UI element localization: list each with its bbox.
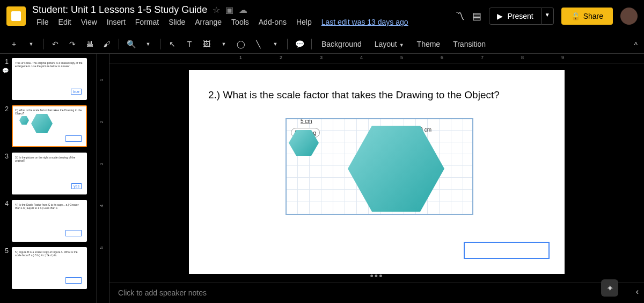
menu-arrange[interactable]: Arrange	[191, 17, 226, 27]
lock-icon: 🔒	[571, 12, 580, 20]
menu-help[interactable]: Help	[292, 17, 316, 27]
slide-number: 2	[5, 105, 9, 113]
menu-edit[interactable]: Edit	[54, 17, 76, 27]
ruler-tick: 6	[441, 55, 443, 60]
slide-thumbnail[interactable]: 4.) Is the Scale Factor from C to its co…	[12, 200, 87, 242]
ruler-tick: 7	[481, 55, 484, 60]
present-label: Present	[507, 12, 533, 20]
ruler-tick: 4	[99, 204, 104, 207]
separator	[287, 39, 288, 49]
ruler-tick: 1	[99, 78, 104, 81]
slide-thumbnail[interactable]: True or False. The original picture is a…	[12, 58, 87, 100]
transition-button[interactable]: Transition	[448, 38, 491, 50]
undo-button[interactable]: ↶	[48, 37, 63, 52]
new-slide-button[interactable]: +	[6, 37, 21, 52]
thumbnail-content: 2.) What is the scale factor that takes …	[13, 106, 86, 117]
share-label: Share	[583, 12, 603, 20]
textbox-tool[interactable]: T	[182, 37, 197, 52]
slide-canvas[interactable]: 2.) What is the scale factor that takes …	[189, 70, 565, 274]
cloud-status-icon[interactable]: ☁	[239, 5, 247, 15]
shape-tool[interactable]: ◯	[233, 37, 248, 52]
thumbnail-content: True or False. The original picture is a…	[13, 59, 86, 70]
separator	[119, 39, 119, 49]
zoom-dropdown[interactable]: ▼	[141, 37, 156, 52]
thumbnail-answer-box	[65, 277, 82, 284]
select-tool[interactable]: ↖	[165, 37, 180, 52]
vertical-ruler: 12345	[97, 54, 109, 303]
line-dropdown[interactable]: ▼	[268, 37, 283, 52]
explore-button[interactable]: ✦	[601, 279, 618, 297]
slide-thumbnail[interactable]: 3.) Is the picture on the right a scale …	[12, 153, 87, 194]
menu-format[interactable]: Format	[131, 17, 163, 27]
layout-button[interactable]: Layout ▼	[369, 38, 409, 50]
slide-number: 4	[5, 200, 9, 207]
thumbnail-content: 4.) Is the Scale Factor from C to its co…	[13, 201, 86, 212]
activity-icon[interactable]: 〽	[455, 11, 465, 22]
ruler-tick: 2	[280, 55, 282, 60]
thumbnail-answer-box	[65, 230, 82, 236]
answer-input-box[interactable]	[464, 242, 550, 259]
move-icon[interactable]: ▣	[225, 5, 233, 15]
present-dropdown[interactable]: ▼	[541, 8, 554, 25]
thumbnail-content: 5.) Figure B is a scaled copy of Figure …	[13, 248, 86, 259]
ruler-tick: 9	[561, 55, 564, 60]
ruler-tick: 3	[320, 55, 323, 60]
menu-slide[interactable]: Slide	[164, 17, 189, 27]
ruler-tick: 1	[239, 55, 242, 60]
slide-thumbnail[interactable]: 2.) What is the scale factor that takes …	[12, 105, 87, 147]
slide-number: 1	[5, 58, 9, 66]
slide-number: 5	[5, 247, 9, 255]
comments-icon[interactable]: ▤	[472, 10, 481, 22]
menu-view[interactable]: View	[77, 17, 101, 27]
slides-app-icon[interactable]	[6, 6, 26, 26]
separator	[311, 39, 312, 49]
zoom-button[interactable]: 🔍	[123, 37, 138, 52]
slide-question-text: 2.) What is the scale factor that takes …	[208, 89, 500, 101]
side-panel-toggle[interactable]: ‹	[636, 287, 639, 297]
share-button[interactable]: 🔒 Share	[561, 8, 613, 25]
menu-addons[interactable]: Add-ons	[254, 17, 291, 27]
new-slide-dropdown[interactable]: ▼	[24, 37, 39, 52]
comment-indicator-icon[interactable]: 💬	[2, 68, 9, 74]
collapse-toolbar-icon[interactable]: ^	[634, 41, 638, 49]
last-edit-link[interactable]: Last edit was 13 days ago	[317, 17, 413, 27]
ruler-tick: 8	[521, 55, 524, 60]
background-button[interactable]: Background	[316, 38, 367, 50]
paint-format-button[interactable]: 🖌	[99, 37, 114, 52]
horizontal-ruler: 123456789	[109, 54, 644, 63]
separator	[160, 39, 160, 49]
ruler-tick: 2	[99, 120, 104, 123]
measurement-5cm: 5 cm	[301, 118, 312, 124]
menu-file[interactable]: File	[32, 17, 53, 27]
slide-thumbnails-panel: 1💬True or False. The original picture is…	[0, 54, 97, 303]
line-tool[interactable]: ╲	[251, 37, 266, 52]
print-button[interactable]: 🖶	[82, 37, 97, 52]
ruler-tick: 4	[360, 55, 363, 60]
account-avatar[interactable]	[620, 8, 638, 25]
slide-thumbnail[interactable]: 5.) Figure B is a scaled copy of Figure …	[12, 247, 87, 289]
slide-diagram: 5 cm Drawing 20 cm Object	[286, 118, 473, 215]
document-title[interactable]: Student: Unit 1 Lessons 1-5 Study Guide	[32, 4, 207, 16]
ruler-tick: 5	[400, 55, 403, 60]
present-button[interactable]: ▶ Present	[489, 8, 541, 25]
thumbnail-answer-box: yes	[71, 183, 82, 189]
image-dropdown[interactable]: ▼	[216, 37, 231, 52]
redo-button[interactable]: ↷	[65, 37, 80, 52]
ruler-tick: 3	[99, 162, 104, 165]
slide-number: 3	[5, 153, 9, 160]
thumbnail-answer-box: true	[71, 89, 82, 95]
thumbnail-content: 3.) Is the picture on the right a scale …	[13, 154, 86, 164]
thumbnail-answer-box	[65, 135, 82, 142]
menu-insert[interactable]: Insert	[103, 17, 130, 27]
image-tool[interactable]: 🖼	[199, 37, 214, 52]
theme-button[interactable]: Theme	[412, 38, 446, 50]
separator	[43, 39, 43, 49]
speaker-notes[interactable]: Click to add speaker notes	[109, 283, 644, 303]
menu-tools[interactable]: Tools	[227, 17, 253, 27]
star-icon[interactable]: ☆	[213, 5, 220, 15]
present-play-icon: ▶	[497, 12, 503, 20]
ruler-tick: 5	[99, 246, 104, 249]
comment-button[interactable]: 💬	[292, 37, 307, 52]
